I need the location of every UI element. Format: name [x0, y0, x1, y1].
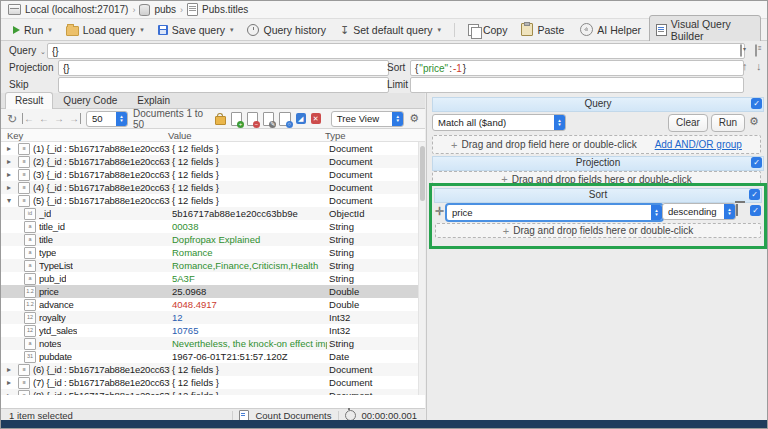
tab-query-code[interactable]: Query Code [53, 92, 127, 108]
breadcrumb-database[interactable]: pubs [154, 4, 176, 15]
table-row[interactable]: atitleDopfropax ExplainedString [1, 233, 418, 246]
table-row[interactable]: atitle_id00038String [1, 220, 418, 233]
first-page-icon[interactable]: ← [22, 113, 34, 124]
lock-icon[interactable] [215, 116, 225, 125]
table-row[interactable]: ▸≡(2) {_id : 5b16717ab88e1e20cc63bb9b}{ … [1, 155, 418, 168]
toolbar-divider [454, 23, 455, 37]
table-row[interactable]: apub_id5A3FString [1, 272, 418, 285]
paste-button[interactable]: Paste [515, 21, 570, 38]
sort-enabled-checkbox[interactable] [749, 189, 760, 200]
save-query-button[interactable]: Save query ▾ [152, 22, 240, 38]
view-document-icon[interactable] [279, 112, 290, 126]
expand-row-icon[interactable]: ▸ [7, 168, 15, 181]
run-query-button[interactable]: Run [711, 114, 745, 132]
table-row[interactable]: ▸≡(7) {_id : 5b16717ab88e1e20cc63bba0}{ … [1, 376, 418, 389]
table-row[interactable]: 1.2advance4048.4917Double [1, 298, 418, 311]
status-divider [232, 411, 233, 421]
copy-button[interactable]: Copy [462, 22, 514, 38]
sort-dropzone[interactable]: + Drag and drop fields here or double-cl… [435, 223, 761, 238]
clear-button[interactable]: Clear [668, 114, 708, 132]
sort-token-value: -1 [453, 63, 462, 74]
column-value[interactable]: Value [168, 130, 192, 141]
tab-explain[interactable]: Explain [127, 92, 180, 108]
move-handle-icon[interactable]: ✛ [435, 205, 444, 218]
table-row[interactable]: ▸≡(4) {_id : 5b16717ab88e1e20cc63bb9d}{ … [1, 181, 418, 194]
skip-input[interactable] [58, 77, 389, 93]
collapse-all-icon[interactable]: ✕ [311, 113, 321, 124]
row-type: Double [327, 285, 418, 298]
match-mode-select[interactable]: Match all ($and) ▲▼ [432, 114, 566, 131]
projection-enabled-checkbox[interactable] [751, 157, 762, 168]
row-value: { 12 fields } [170, 376, 327, 389]
run-button[interactable]: Run ▾ [7, 22, 58, 38]
ai-helper-button[interactable]: AI Helper [574, 21, 647, 38]
tab-result[interactable]: Result [5, 92, 53, 109]
connection-icon [8, 4, 21, 15]
sort-descending-icon[interactable]: ↓ [756, 60, 762, 72]
column-key[interactable]: Key [7, 130, 23, 141]
table-row[interactable]: 12ytd_sales10765Int32 [1, 324, 418, 337]
sort-ascending-icon[interactable]: ↑ [742, 60, 748, 72]
sort-token-open: { [415, 63, 418, 74]
add-document-icon[interactable] [231, 112, 242, 126]
refresh-icon[interactable]: ↻ [7, 113, 17, 125]
sort-direction-select[interactable]: descending ▲▼ [662, 203, 736, 220]
expand-row-icon[interactable]: ▸ [7, 142, 15, 155]
expand-row-icon[interactable]: ▸ [7, 363, 15, 376]
view-mode-select[interactable]: Tree View ▲▼ [331, 111, 404, 127]
add-and-or-group-link[interactable]: Add AND/OR group [655, 139, 742, 150]
open-json-editor-icon[interactable] [755, 44, 757, 57]
next-page-icon[interactable]: → [54, 113, 64, 124]
select-arrows-icon: ▲▼ [651, 205, 662, 220]
expand-row-icon[interactable]: ▸ [7, 181, 15, 194]
query-enabled-checkbox[interactable] [751, 98, 762, 109]
prev-page-icon[interactable]: ← [39, 113, 49, 124]
sort-input[interactable]: { "price" : -1 } [410, 60, 744, 76]
expand-row-icon[interactable]: ▸ [7, 376, 15, 389]
vertical-scrollbar[interactable] [418, 142, 425, 395]
expand-row-icon[interactable]: ▸ [7, 389, 15, 395]
table-row[interactable]: 12royalty12Int32 [1, 311, 418, 324]
table-row[interactable]: 1.2price25.0968Double [1, 285, 418, 298]
query-history-button[interactable]: Query history [241, 22, 331, 38]
sort-field-select[interactable]: price ▲▼ [445, 203, 664, 222]
table-row[interactable]: aTypeListRomance,Finance,Criticism,Healt… [1, 259, 418, 272]
limit-input[interactable] [410, 77, 744, 93]
table-row[interactable]: ▾≡(5) {_id : 5b16717ab88e1e20cc63bb9e}{ … [1, 194, 418, 207]
query-settings-gear-icon[interactable]: ⚙ [749, 115, 759, 128]
row-type: Date [327, 350, 418, 363]
query-options-icon[interactable] [740, 44, 742, 57]
table-row[interactable]: ▸≡(3) {_id : 5b16717ab88e1e20cc63bb9c}{ … [1, 168, 418, 181]
str-type-icon: a [24, 234, 36, 246]
view-settings-gear-icon[interactable]: ⚙ [409, 112, 419, 125]
expand-row-icon[interactable]: ▸ [7, 155, 15, 168]
collapse-row-icon[interactable]: ▾ [7, 194, 15, 207]
table-row[interactable]: 31pubdate1967-06-01T21:51:57.120ZDate [1, 350, 418, 363]
query-input[interactable] [47, 43, 745, 59]
table-row[interactable]: ▸≡(6) {_id : 5b16717ab88e1e20cc63bb9f}{ … [1, 363, 418, 376]
edit-document-icon[interactable] [263, 112, 274, 126]
table-row[interactable]: atypeRomanceString [1, 246, 418, 259]
remove-document-icon[interactable] [247, 112, 258, 126]
breadcrumb-connection[interactable]: Local (localhost:27017) [25, 4, 128, 15]
table-row[interactable]: ▸≡(1) {_id : 5b16717ab88e1e20cc63bb9a}{ … [1, 142, 418, 155]
table-row[interactable]: ▸≡(8) {_id : 5b16717ab88e1e20cc63bba1}{ … [1, 389, 418, 395]
load-query-button[interactable]: Load query ▾ [60, 22, 150, 38]
page-size-select[interactable]: 50 ▲▼ [86, 111, 128, 127]
sort-row-enabled-checkbox[interactable] [750, 205, 761, 216]
table-row[interactable]: anotesNevertheless, the knock-on effect … [1, 337, 418, 350]
row-key: notes [39, 337, 61, 350]
expand-all-icon[interactable]: ◢ [296, 113, 306, 124]
visual-query-builder-button[interactable]: Visual Query Builder [649, 15, 761, 45]
table-row[interactable]: id_id5b16717ab88e1e20cc63bb9eObjectId [1, 207, 418, 220]
dbl-type-icon: 1.2 [24, 286, 36, 298]
set-default-query-button[interactable]: ↧ Set default query ▾ [334, 22, 447, 38]
trash-icon[interactable] [736, 204, 738, 216]
query-dropzone[interactable]: + Drag and drop field here or double-cli… [432, 135, 761, 154]
last-page-icon[interactable]: → [69, 113, 81, 124]
column-type[interactable]: Type [325, 130, 346, 141]
breadcrumb-collection[interactable]: Pubs.titles [202, 4, 248, 15]
scrollbar-thumb[interactable] [420, 146, 425, 201]
sort-direction-value: descending [668, 206, 717, 217]
projection-input[interactable] [58, 60, 389, 76]
